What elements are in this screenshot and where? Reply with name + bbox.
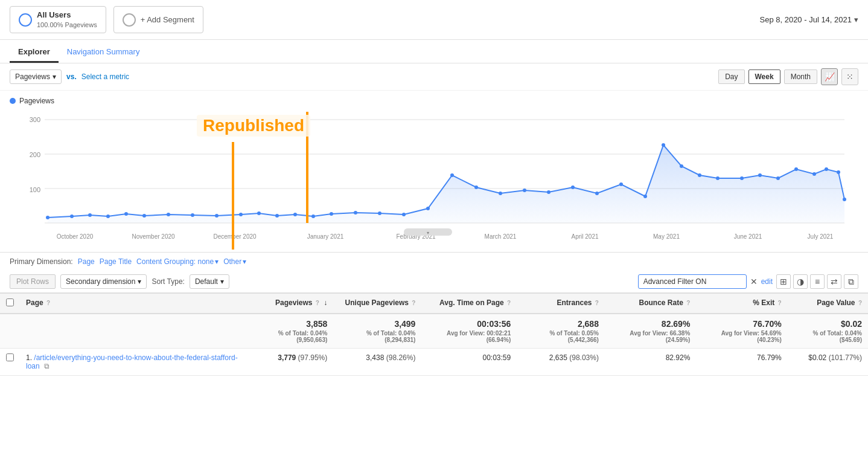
- other-dropdown[interactable]: Other ▾: [223, 257, 246, 266]
- header-bounce-rate[interactable]: Bounce Rate ?: [605, 294, 696, 314]
- svg-point-37: [698, 173, 701, 177]
- row-num: 1.: [26, 353, 32, 362]
- week-button[interactable]: Week: [748, 69, 780, 84]
- svg-point-29: [523, 189, 526, 192]
- content-grouping-dropdown[interactable]: Content Grouping: none ▾: [136, 257, 219, 266]
- header-page[interactable]: Page ?: [20, 294, 245, 314]
- svg-text:▾: ▾: [427, 230, 429, 236]
- header-checkbox-cell: [0, 294, 20, 314]
- day-button[interactable]: Day: [718, 69, 744, 84]
- total-exit-pct-sub: Avg for View: 54.69% (40.23%): [702, 330, 781, 343]
- svg-point-45: [837, 170, 840, 174]
- segment-bar: All Users 100.00% Pageviews + Add Segmen…: [0, 0, 868, 40]
- row-page-value-pct: (101.77%): [829, 353, 862, 362]
- header-pageviews[interactable]: Pageviews ? ↓: [245, 294, 333, 314]
- svg-point-19: [293, 213, 297, 216]
- tab-explorer[interactable]: Explorer: [10, 42, 59, 63]
- header-checkbox[interactable]: [6, 298, 14, 306]
- svg-point-15: [215, 214, 219, 218]
- row-unique-pageviews-pct: (98.26%): [386, 353, 416, 362]
- select-metric-link[interactable]: Select a metric: [81, 73, 129, 81]
- svg-point-44: [825, 167, 828, 171]
- date-range[interactable]: Sep 8, 2020 - Jul 14, 2021 ▾: [759, 15, 858, 24]
- content-grouping-arrow-icon: ▾: [215, 257, 219, 266]
- comparison-view-button[interactable]: ⇄: [827, 274, 841, 289]
- dimension-row: Primary Dimension: Page Page Title Conte…: [0, 252, 868, 271]
- filter-edit-link[interactable]: edit: [761, 277, 773, 286]
- total-pageviews-sub: % of Total: 0.04% (9,950,663): [251, 330, 327, 343]
- row-bounce-rate-value: 82.92%: [666, 353, 691, 362]
- sort-dropdown[interactable]: Default ▾: [190, 274, 229, 289]
- svg-point-32: [595, 192, 599, 195]
- svg-point-14: [191, 213, 194, 217]
- row-entrances-cell: 2,635 (98.03%): [517, 349, 605, 376]
- page-dimension-link[interactable]: Page: [78, 257, 95, 266]
- row-pageviews-value: 3,779: [278, 353, 296, 362]
- total-unique-pageviews-cell: 3,499 % of Total: 0.04% (8,294,831): [333, 314, 421, 349]
- total-page-cell: [20, 314, 245, 349]
- table-header-row: Page ? Pageviews ? ↓ Unique Pageviews ? …: [0, 294, 868, 314]
- svg-point-7: [46, 216, 49, 219]
- table-total-row: 3,858 % of Total: 0.04% (9,950,663) 3,49…: [0, 314, 868, 349]
- svg-point-27: [474, 185, 478, 189]
- header-page-value[interactable]: Page Value ?: [788, 294, 868, 314]
- total-page-value-cell: $0.02 % of Total: 0.04% ($45.69): [788, 314, 868, 349]
- secondary-dim-arrow-icon: ▾: [138, 277, 141, 286]
- header-avg-time[interactable]: Avg. Time on Page ?: [421, 294, 517, 314]
- unique-pageviews-help-icon: ?: [412, 300, 415, 306]
- list-view-button[interactable]: ≡: [810, 274, 825, 289]
- secondary-dimension-dropdown[interactable]: Secondary dimension ▾: [60, 274, 147, 289]
- svg-text:July 2021: July 2021: [808, 233, 834, 240]
- header-exit-pct[interactable]: % Exit ?: [696, 294, 787, 314]
- svg-text:200: 200: [30, 151, 40, 158]
- tab-navigation-summary[interactable]: Navigation Summary: [59, 42, 148, 63]
- pivot-view-button[interactable]: ⧉: [844, 274, 858, 289]
- controls-right: Day Week Month 📈 ⁙: [718, 68, 858, 85]
- all-users-segment[interactable]: All Users 100.00% Pageviews: [10, 6, 106, 33]
- total-bounce-rate-value: 82.69%: [611, 319, 690, 329]
- svg-point-42: [794, 167, 798, 171]
- header-unique-pageviews[interactable]: Unique Pageviews ?: [333, 294, 421, 314]
- page-title-dimension-link[interactable]: Page Title: [100, 257, 132, 266]
- filter-clear-button[interactable]: ✕: [750, 277, 758, 286]
- other-label: Other: [223, 257, 241, 266]
- pie-view-button[interactable]: ◑: [793, 274, 808, 289]
- svg-point-24: [402, 213, 406, 216]
- chart-svg-container: Republished 300 200 100: [10, 109, 858, 250]
- total-entrances-value: 2,688: [523, 319, 599, 329]
- scatter-chart-button[interactable]: ⁙: [841, 68, 858, 85]
- row-page-link[interactable]: /article/everything-you-need-to-know-abo…: [26, 353, 238, 370]
- segment-left: All Users 100.00% Pageviews + Add Segmen…: [10, 6, 203, 33]
- total-pageviews-value: 3,858: [251, 319, 327, 329]
- svg-text:100: 100: [30, 186, 40, 193]
- grid-view-button[interactable]: ⊞: [776, 274, 791, 289]
- svg-point-13: [167, 213, 170, 216]
- total-page-value-value: $0.02: [794, 319, 862, 329]
- segment-info: All Users 100.00% Pageviews: [37, 10, 97, 29]
- svg-text:May 2021: May 2021: [653, 233, 680, 240]
- svg-point-33: [619, 182, 623, 186]
- svg-point-23: [378, 211, 381, 215]
- add-segment-circle-icon: [123, 13, 136, 27]
- svg-point-31: [571, 185, 575, 189]
- line-chart-button[interactable]: 📈: [821, 68, 838, 85]
- svg-point-25: [426, 207, 430, 210]
- svg-point-39: [740, 176, 744, 180]
- svg-text:October 2020: October 2020: [57, 233, 94, 240]
- header-entrances[interactable]: Entrances ?: [517, 294, 605, 314]
- svg-point-20: [311, 214, 315, 218]
- metric-dropdown[interactable]: Pageviews ▾: [10, 69, 62, 84]
- svg-point-38: [716, 176, 720, 180]
- row-exit-pct-value: 76.79%: [757, 353, 782, 362]
- svg-point-43: [812, 172, 816, 176]
- tabs-bar: Explorer Navigation Summary: [0, 42, 868, 63]
- copy-link-icon[interactable]: ⧉: [44, 362, 49, 370]
- sort-dropdown-arrow-icon: ▾: [220, 277, 224, 286]
- row-checkbox[interactable]: [6, 353, 14, 361]
- add-segment-button[interactable]: + Add Segment: [113, 6, 203, 33]
- svg-point-18: [275, 214, 279, 218]
- row-entrances-value: 2,635: [549, 353, 567, 362]
- filter-input[interactable]: [638, 274, 747, 289]
- svg-point-30: [547, 190, 550, 194]
- month-button[interactable]: Month: [784, 69, 817, 84]
